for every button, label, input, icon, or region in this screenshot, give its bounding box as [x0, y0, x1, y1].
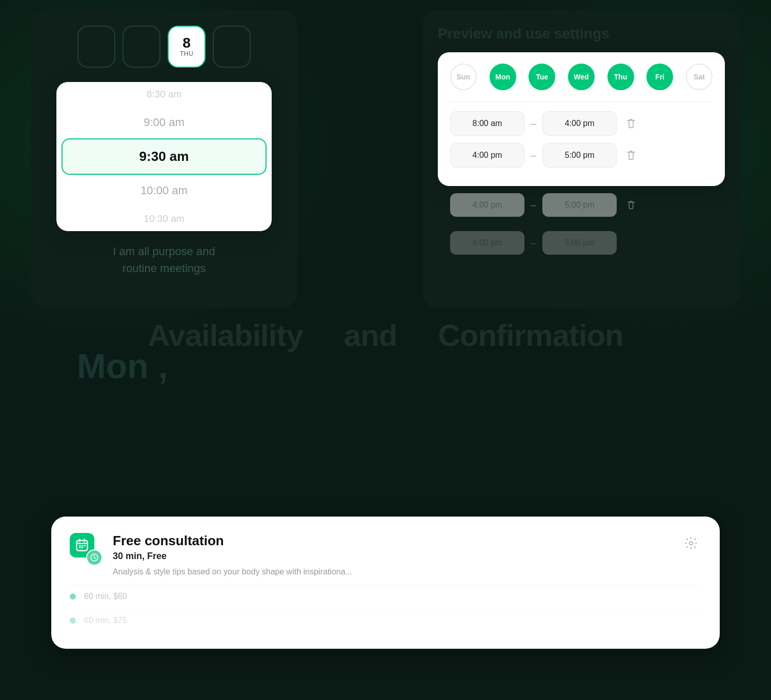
day-chip-1[interactable]	[77, 26, 115, 68]
time-item-930-selected[interactable]: 9:30 am	[62, 138, 267, 175]
day-pill-mon[interactable]: Mon	[490, 64, 516, 90]
ghost-consult-text-1: 60 min, $60	[84, 592, 127, 601]
svg-point-7	[689, 542, 693, 545]
consultation-header: Free consultation 30 min, Free Analysis …	[70, 533, 701, 578]
day-pill-fri[interactable]: Fri	[646, 64, 673, 90]
time-range-row-1: 8:00 am – 4:00 pm	[450, 111, 713, 136]
ghost-start-1: 4:00 pm	[450, 193, 524, 217]
time-start-2[interactable]: 4:00 pm	[450, 143, 524, 168]
ghost-start-2: 4:00 pm	[450, 231, 524, 255]
day-pill-wed[interactable]: Wed	[568, 64, 595, 90]
day-pill-thu[interactable]: Thu	[607, 64, 634, 90]
time-range-row-2: 4:00 pm – 5:00 pm	[450, 143, 713, 168]
ghost-dash-2: –	[531, 237, 536, 249]
ghost-consult-row-2: 60 min, $75	[70, 608, 701, 632]
ghost-dot-2	[70, 617, 76, 624]
svg-rect-5	[82, 547, 84, 548]
day-pill-tue[interactable]: Tue	[529, 64, 555, 90]
ghost-consult-text-2: 60 min, $75	[84, 616, 127, 625]
ghost-row-1: 4:00 pm – 5:00 pm	[438, 186, 725, 224]
day-pill-sat[interactable]: Sat	[686, 64, 713, 90]
ghost-consult-row-1: 60 min, $60	[70, 584, 701, 608]
time-item-1030[interactable]: 10:30 am	[56, 207, 272, 231]
time-item-830[interactable]: 8:30 am	[56, 82, 272, 107]
ghost-dash-1: –	[531, 199, 536, 211]
ghost-dot-1	[70, 593, 76, 600]
delete-range-2-button[interactable]	[623, 147, 639, 163]
card-description: I am all purpose and routine meetings	[31, 243, 297, 277]
day-chip-2[interactable]	[123, 26, 160, 68]
schedule-panel: Sun Mon Tue Wed Thu Fri Sat	[438, 52, 725, 186]
consultation-title: Free consultation	[113, 533, 671, 549]
time-item-1000[interactable]: 10:00 am	[56, 175, 272, 207]
schedule-card: Preview and use settings Sun Mon Tue Wed…	[422, 10, 740, 307]
time-end-2[interactable]: 5:00 pm	[542, 143, 617, 168]
svg-rect-2	[82, 545, 84, 546]
delete-range-1-button[interactable]	[623, 115, 639, 132]
day-chip-3-num: 8	[182, 36, 191, 50]
day-pills: Sun Mon Tue Wed Thu Fri Sat	[450, 64, 713, 90]
time-list: 8:30 am 9:00 am 9:30 am 10:00 am 10:30 a…	[56, 82, 272, 231]
bg-text-confirmation: Confirmation	[438, 318, 623, 353]
main-container: 8 THU 8:30 am 9:00 am 9:30 am 10:00 am	[0, 0, 771, 700]
time-start-1[interactable]: 8:00 am	[450, 111, 524, 136]
mon-text: Mon ,	[77, 348, 168, 383]
day-chip-4[interactable]	[213, 26, 251, 68]
time-dash-2: –	[531, 150, 536, 161]
consultation-description: Analysis & style tips based on your body…	[113, 566, 671, 578]
time-picker-card: 8 THU 8:30 am 9:00 am 9:30 am 10:00 am	[31, 10, 297, 307]
day-selector: 8 THU	[77, 26, 251, 68]
day-chip-3-label: THU	[180, 50, 193, 57]
settings-button[interactable]	[681, 533, 701, 553]
schedule-divider	[450, 101, 713, 102]
mon-text-area: Mon ,	[77, 348, 168, 383]
ghost-row-2: 4:00 pm – 5:00 pm	[438, 224, 725, 262]
svg-rect-3	[84, 545, 86, 546]
clock-icon	[86, 549, 103, 566]
consultation-meta: 30 min, Free	[113, 551, 671, 562]
consultation-icon-group	[70, 533, 103, 566]
bg-text-availability: Availability	[148, 318, 303, 353]
ghost-end-2: 5:00 pm	[542, 231, 617, 255]
consultation-info: Free consultation 30 min, Free Analysis …	[113, 533, 671, 578]
consultation-card: Free consultation 30 min, Free Analysis …	[51, 517, 720, 649]
svg-rect-4	[79, 547, 81, 548]
time-end-1[interactable]: 4:00 pm	[542, 111, 617, 136]
time-item-900[interactable]: 9:00 am	[56, 107, 272, 138]
svg-rect-1	[79, 545, 81, 546]
day-pill-sun[interactable]: Sun	[450, 64, 477, 90]
schedule-title: Preview and use settings	[438, 26, 725, 42]
time-dash-1: –	[531, 118, 536, 130]
ghost-trash-1	[623, 197, 639, 213]
ghost-end-1: 5:00 pm	[542, 193, 617, 217]
bg-text-and: and	[344, 318, 397, 353]
day-chip-3-active[interactable]: 8 THU	[168, 26, 206, 68]
